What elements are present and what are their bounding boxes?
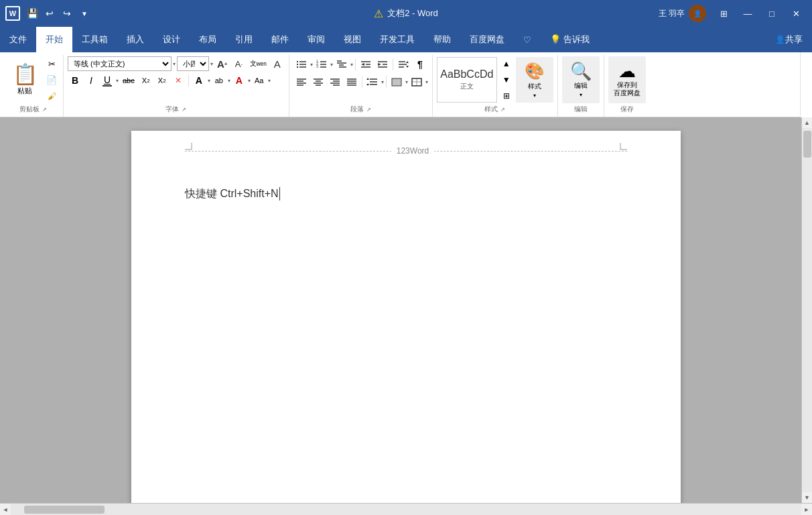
menu-item-mailings[interactable]: 邮件 <box>262 27 298 52</box>
redo-button[interactable]: ↪ <box>59 5 75 21</box>
menu-item-references[interactable]: 引用 <box>226 27 262 52</box>
bold-button[interactable]: B <box>68 73 82 88</box>
shrink-font-button[interactable]: A- <box>232 56 247 71</box>
styles-icon: 🎨 <box>525 62 545 80</box>
svg-marker-49 <box>366 84 369 86</box>
scroll-down-arrow[interactable]: ▼ <box>802 492 813 503</box>
menu-item-layout[interactable]: 布局 <box>190 27 226 52</box>
menu-item-toolbox[interactable]: 工具箱 <box>72 27 117 52</box>
shading-button[interactable] <box>389 74 405 90</box>
menu-item-home[interactable]: 开始 <box>36 27 72 52</box>
show-paragraph-button[interactable]: ¶ <box>412 56 428 72</box>
copy-button[interactable]: 📄 <box>44 72 59 87</box>
paste-button[interactable]: 📋 粘贴 <box>7 56 43 103</box>
para-row2: ▾ ▾ ▾ <box>293 74 428 90</box>
scroll-left-arrow[interactable]: ◄ <box>0 504 11 516</box>
styles-scroll-up-button[interactable]: ▲ <box>498 57 515 70</box>
cut-button[interactable]: ✂ <box>44 56 59 71</box>
change-case-button[interactable]: Aa <box>252 73 267 88</box>
paragraph-expand-icon[interactable]: ↗ <box>366 107 371 113</box>
team-button[interactable]: ⊞ <box>713 3 734 24</box>
styles-button[interactable]: 🎨 样式 ▾ <box>516 57 553 103</box>
underline-dropdown-icon[interactable]: ▾ <box>116 78 119 84</box>
subscript-button[interactable]: X2 <box>139 73 153 88</box>
align-center-button[interactable] <box>310 74 326 90</box>
shading-dropdown[interactable]: ▾ <box>405 79 408 85</box>
menu-item-file[interactable]: 文件 <box>0 27 36 52</box>
styles-scroll-down-button[interactable]: ▼ <box>498 73 515 87</box>
font-size-select[interactable]: 小四 <box>177 56 209 71</box>
sort-button[interactable] <box>395 56 411 72</box>
save-button[interactable]: 💾 <box>24 5 40 21</box>
right-scrollbar: ▲ ▼ <box>801 117 812 503</box>
save-cloud-button[interactable]: ☁ 保存到百度网盘 <box>608 56 646 103</box>
strikethrough-button[interactable]: abc <box>120 73 137 88</box>
user-info: 王 羽卒 👤 <box>659 5 706 22</box>
menu-item-share[interactable]: 👤 共享 <box>766 27 812 52</box>
font-color-dropdown-icon[interactable]: ▾ <box>208 78 210 84</box>
borders-dropdown[interactable]: ▾ <box>425 79 428 85</box>
change-case-dropdown-icon: ▾ <box>268 78 271 84</box>
menu-item-tellme[interactable]: 💡 告诉我 <box>541 27 599 52</box>
para-row1: ▾ 1.2.3. ▾ ▾ <box>293 56 428 72</box>
line-spacing-dropdown[interactable]: ▾ <box>381 79 384 85</box>
grow-font-button[interactable]: A+ <box>214 56 230 71</box>
close-button[interactable]: ✕ <box>785 3 807 24</box>
borders-button[interactable] <box>409 74 425 90</box>
erase-format-button[interactable]: ✕ <box>171 73 186 88</box>
doc-content-area[interactable]: 快捷键 Ctrl+Shift+N <box>131 171 681 503</box>
clipboard-expand-icon[interactable]: ↗ <box>42 107 47 113</box>
ribbon-group-styles: AaBbCcDd 正文 ▲ ▼ ⊞ 🎨 样式 ▾ 样式 ↗ <box>433 55 558 117</box>
justify-button[interactable] <box>344 74 360 90</box>
font-color2-dropdown-icon[interactable]: ▾ <box>248 78 251 84</box>
font-color-button[interactable]: A <box>192 73 206 88</box>
restore-button[interactable]: □ <box>761 3 783 24</box>
text-highlight-button[interactable]: ab <box>212 73 226 88</box>
text-cursor <box>279 187 280 201</box>
scroll-up-arrow[interactable]: ▲ <box>802 117 813 128</box>
increase-indent-button[interactable] <box>375 56 391 72</box>
numbered-list-button[interactable]: 1.2.3. <box>314 56 330 72</box>
menu-item-baidu[interactable]: 百度网盘 <box>460 27 514 52</box>
wubi-input-button[interactable]: 文wen <box>248 56 269 71</box>
bottom-scrollbar: ◄ ► <box>0 503 812 515</box>
doc-scroll[interactable]: 123Word 快捷键 Ctrl+Shift+N <box>0 117 812 503</box>
font-row2: B I U ▾ abc X2 X2 ✕ A ▾ <box>68 73 271 88</box>
menu-item-design[interactable]: 设计 <box>153 27 190 52</box>
underline-button[interactable]: U <box>100 73 115 88</box>
numbered-list-dropdown[interactable]: ▾ <box>330 62 333 68</box>
italic-button[interactable]: I <box>84 73 98 88</box>
decrease-indent-button[interactable] <box>358 56 374 72</box>
font-color2-button[interactable]: A <box>232 73 247 88</box>
highlight-dropdown-icon[interactable]: ▾ <box>228 78 230 84</box>
bullet-list-button[interactable] <box>293 56 310 72</box>
menu-item-insert[interactable]: 插入 <box>117 27 153 52</box>
superscript-button[interactable]: X2 <box>155 73 170 88</box>
multilevel-list-button[interactable] <box>334 56 350 72</box>
minimize-button[interactable]: — <box>737 3 758 24</box>
format-painter-button[interactable]: 🖌 <box>44 89 59 103</box>
font-expand-icon[interactable]: ↗ <box>182 107 186 113</box>
bullet-list-dropdown[interactable]: ▾ <box>310 62 313 68</box>
menu-item-heart[interactable]: ♡ <box>514 27 541 52</box>
doc-page[interactable]: 123Word 快捷键 Ctrl+Shift+N <box>131 131 681 503</box>
edit-button[interactable]: 🔍 编辑 ▾ <box>562 56 600 103</box>
clear-format-button[interactable]: A <box>270 56 285 71</box>
styles-box[interactable]: AaBbCcDd 正文 <box>437 57 497 103</box>
styles-expand-icon[interactable]: ↗ <box>500 107 505 113</box>
font-name-select[interactable]: 等线 (中文正文) <box>68 56 172 71</box>
menu-item-help[interactable]: 帮助 <box>424 27 460 52</box>
align-left-button[interactable] <box>293 74 310 90</box>
styles-expand-button[interactable]: ⊞ <box>498 89 515 103</box>
menu-item-review[interactable]: 审阅 <box>298 27 334 52</box>
customize-quick-access-button[interactable]: ▼ <box>76 5 92 21</box>
undo-button[interactable]: ↩ <box>42 5 58 21</box>
scroll-right-arrow[interactable]: ► <box>801 504 812 516</box>
line-spacing-button[interactable] <box>364 74 381 90</box>
scroll-thumb[interactable] <box>803 131 811 158</box>
multilevel-dropdown[interactable]: ▾ <box>350 62 353 68</box>
h-scroll-thumb[interactable] <box>24 506 105 514</box>
menu-item-developer[interactable]: 开发工具 <box>370 27 424 52</box>
menu-item-view[interactable]: 视图 <box>334 27 370 52</box>
align-right-button[interactable] <box>327 74 343 90</box>
